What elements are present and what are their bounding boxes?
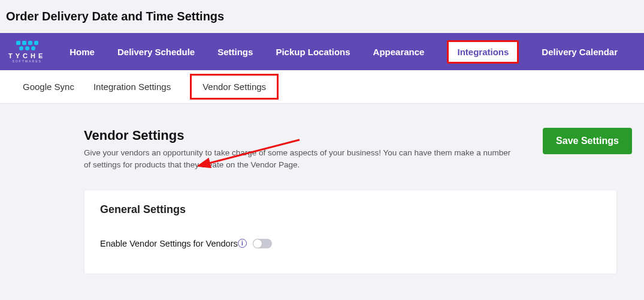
nav-appearance[interactable]: Appearance <box>373 47 425 57</box>
subnav-integration-settings[interactable]: Integration Settings <box>93 82 171 92</box>
setting-row-enable-vendor: Enable Vendor Settings for Vendors i <box>100 238 601 250</box>
nav-integrations[interactable]: Integrations <box>447 40 519 64</box>
logo[interactable]: TYCHE SOFTWARES <box>8 41 46 63</box>
info-icon[interactable]: i <box>238 239 247 248</box>
nav-settings[interactable]: Settings <box>217 47 253 57</box>
save-settings-button[interactable]: Save Settings <box>543 128 632 154</box>
nav-pickup-locations[interactable]: Pickup Locations <box>276 47 350 57</box>
logo-subtext: SOFTWARES <box>12 59 41 63</box>
content-area: Vendor Settings Give your vendors an opp… <box>0 104 644 274</box>
card-title: General Settings <box>100 203 601 216</box>
page-title: Order Delivery Date and Time Settings <box>0 0 644 33</box>
general-settings-card: General Settings Enable Vendor Settings … <box>84 190 617 274</box>
subnav-google-sync[interactable]: Google Sync <box>23 82 74 92</box>
logo-text: TYCHE <box>8 52 46 59</box>
subnav-vendor-settings[interactable]: Vendor Settings <box>190 74 279 100</box>
section-title: Vendor Settings <box>84 128 515 143</box>
nav-home[interactable]: Home <box>69 47 95 57</box>
nav-delivery-calendar[interactable]: Delivery Calendar <box>542 47 618 57</box>
sub-nav: Google Sync Integration Settings Vendor … <box>0 70 644 104</box>
nav-items: Home Delivery Schedule Settings Pickup L… <box>69 40 618 64</box>
enable-vendor-toggle[interactable] <box>253 239 272 248</box>
logo-dots-icon <box>16 41 38 45</box>
logo-dots-icon <box>19 46 35 50</box>
nav-delivery-schedule[interactable]: Delivery Schedule <box>117 47 195 57</box>
section-description: Give your vendors an opportunity to take… <box>84 147 515 172</box>
setting-label: Enable Vendor Settings for Vendors <box>100 238 238 250</box>
main-nav: TYCHE SOFTWARES Home Delivery Schedule S… <box>0 33 644 70</box>
